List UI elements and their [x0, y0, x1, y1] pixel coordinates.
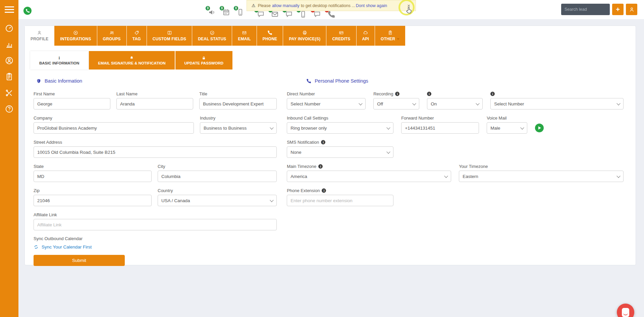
field-company: Company — [34, 115, 194, 134]
info-icon[interactable]: i — [322, 188, 326, 193]
calendar-badge: 0 — [219, 6, 224, 11]
tab-api[interactable]: API — [357, 26, 375, 46]
zip-label: Zip — [34, 188, 152, 193]
affiliate-link-input[interactable] — [34, 219, 277, 230]
state-label: State — [34, 164, 152, 169]
forward-number-input[interactable] — [401, 122, 479, 134]
tab-phone[interactable]: PHONE — [257, 26, 283, 46]
industry-label: Industry — [200, 115, 277, 121]
tab-label: PROFILE — [31, 37, 48, 41]
chat-icon[interactable] — [285, 10, 293, 18]
mobile-icon[interactable]: 0 — [236, 8, 245, 16]
tab-tag[interactable]: TAG — [127, 26, 147, 46]
tab-other[interactable]: OTHER — [375, 26, 405, 46]
option-select-number-select[interactable]: Select Number — [490, 98, 624, 109]
tab-custom-fields[interactable]: CUSTOM FIELDS — [147, 26, 192, 46]
info-icon[interactable]: i — [318, 164, 323, 169]
inbound-call-settings-label: Inbound Call Settings — [287, 115, 393, 121]
tab-deal-status[interactable]: DEAL STATUS — [192, 26, 232, 46]
company-input[interactable] — [34, 122, 194, 134]
field-affiliate-link: Affiliate Link — [34, 212, 277, 230]
tab-label: EMAIL — [238, 37, 251, 41]
industry-select[interactable]: Business to Business — [200, 122, 277, 134]
subtab-label: BASIC INFORMATION — [39, 61, 79, 65]
clipboard-icon — [388, 30, 393, 35]
sync-your-calendar-link[interactable]: Sync Your Calendar First — [42, 244, 92, 250]
field-first-name: First Name — [34, 91, 110, 109]
country-label: Country — [158, 188, 277, 193]
clock-icon[interactable] — [5, 24, 14, 33]
subtab-update-password[interactable]: UPDATE PASSWORD — [175, 51, 233, 70]
sidebar — [0, 0, 18, 317]
envelope-icon[interactable] — [271, 10, 279, 18]
tab-email[interactable]: EMAIL — [232, 26, 256, 46]
zip-input[interactable] — [34, 195, 152, 206]
tab-pay-invoices[interactable]: PAY INVOICE(S) — [283, 26, 326, 46]
voicemail-play-button[interactable] — [535, 124, 544, 132]
subtab-email-signature-notification[interactable]: EMAIL SIGNATURE & NOTIFICATION — [89, 51, 174, 70]
field-phone-extension: Phone Extensioni — [287, 188, 393, 206]
info-icon[interactable]: i — [321, 140, 325, 144]
direct-number-select[interactable]: Select Number — [287, 98, 366, 109]
user-circle-icon[interactable] — [5, 56, 14, 65]
inbound-call-settings-select[interactable]: Ring browser only — [287, 122, 393, 134]
tab-groups[interactable]: GROUPS — [97, 26, 126, 46]
user-account-button[interactable] — [626, 4, 637, 15]
city-input[interactable] — [158, 171, 277, 182]
tools-icon[interactable] — [5, 88, 14, 97]
voice-mail-select[interactable]: Male — [487, 122, 527, 134]
tab-label: TAG — [132, 37, 141, 41]
calendar-icon[interactable]: 0 — [222, 8, 230, 16]
first-name-input[interactable] — [34, 98, 110, 109]
field-city: City — [158, 164, 277, 182]
megaphone-icon[interactable]: 0 — [208, 8, 216, 16]
bar-chart-icon[interactable] — [5, 40, 14, 49]
info-icon[interactable]: i — [490, 92, 495, 96]
chat-icon[interactable] — [313, 10, 321, 18]
mobile-icon[interactable] — [299, 10, 307, 18]
notification-icons-hidden — [257, 10, 335, 18]
last-name-input[interactable] — [116, 98, 193, 109]
phone-icon[interactable] — [327, 10, 335, 18]
tab-integrations[interactable]: INTEGRATIONS — [54, 26, 97, 46]
your-timezone-select[interactable]: Eastern — [459, 171, 624, 182]
desktop-notification-toast: ⚠ Please allow manually to get desktop n… — [247, 0, 416, 11]
phone-extension-input[interactable] — [287, 195, 393, 206]
section-title: Basic Information — [45, 78, 82, 84]
sms-notification-select[interactable]: None — [287, 146, 393, 158]
toast-close-icon[interactable]: × — [407, 3, 411, 8]
basic-information-heading: Basic Information — [34, 78, 277, 84]
option-on-select[interactable]: On — [427, 98, 483, 109]
dont-show-again-link[interactable]: Dont show again — [356, 3, 387, 8]
tab-label: PHONE — [263, 37, 277, 41]
tab-credits[interactable]: CREDITS — [326, 26, 356, 46]
recording-label: Recordingi — [373, 91, 419, 96]
tab-label: API — [362, 37, 369, 41]
chat-widget-button[interactable] — [617, 304, 634, 317]
clipboard-icon[interactable] — [5, 72, 14, 81]
add-lead-button[interactable]: + — [612, 4, 624, 15]
title-label: Title — [199, 91, 277, 96]
allow-manually-link[interactable]: allow manually — [272, 3, 300, 8]
state-input[interactable] — [34, 171, 152, 182]
affiliate-link-label: Affiliate Link — [34, 212, 277, 217]
street-address-input[interactable] — [34, 146, 277, 158]
field-street-address: Street Address — [34, 139, 277, 158]
megaphone-badge: 0 — [205, 6, 210, 11]
warning-icon: ⚠ — [252, 3, 256, 8]
hamburger-menu-icon[interactable] — [0, 0, 18, 19]
search-lead-input[interactable] — [561, 4, 610, 15]
chat-icon[interactable] — [257, 10, 265, 18]
country-select[interactable]: USA / Canada — [158, 195, 277, 206]
submit-button[interactable]: Submit — [34, 255, 125, 266]
tab-profile[interactable]: PROFILE — [25, 26, 54, 46]
recording-select[interactable]: Off — [373, 98, 419, 109]
main-timezone-select[interactable]: America — [287, 171, 451, 182]
company-label: Company — [34, 115, 194, 121]
dialer-phone-icon[interactable] — [23, 7, 32, 15]
title-input[interactable] — [199, 98, 277, 109]
subtab-basic-information[interactable]: iBASIC INFORMATION — [30, 51, 88, 70]
help-icon[interactable] — [5, 104, 14, 114]
info-icon[interactable]: i — [395, 92, 399, 96]
info-icon[interactable]: i — [427, 92, 431, 96]
